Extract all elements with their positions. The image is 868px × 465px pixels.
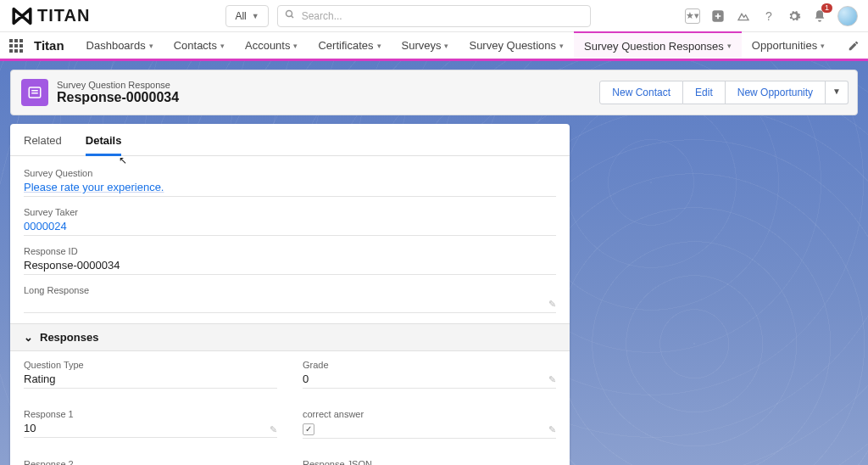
field-survey-taker: Survey Taker 0000024 bbox=[24, 207, 556, 236]
chevron-down-icon[interactable]: ▾ bbox=[377, 42, 381, 50]
header-text: Survey Question Response Response-000003… bbox=[57, 80, 179, 105]
utility-bar: ★▾ ? 1 bbox=[685, 6, 858, 26]
chevron-down-icon[interactable]: ▾ bbox=[220, 42, 225, 50]
field-response-json: Response JSON {"value":"10"} ✎ bbox=[303, 459, 556, 466]
trailhead-icon[interactable] bbox=[736, 8, 751, 24]
app-nav: Titan Dashboards▾ Contacts▾ Accounts▾ Ce… bbox=[0, 32, 868, 61]
field-value: Rating bbox=[24, 373, 277, 389]
new-contact-button[interactable]: New Contact bbox=[599, 81, 683, 104]
field-value: ✓ bbox=[303, 422, 556, 439]
record-title: Response-0000034 bbox=[57, 90, 179, 105]
tab-details[interactable]: Details bbox=[86, 134, 122, 156]
search-scope-select[interactable]: All ▼ bbox=[225, 5, 268, 27]
app-name: Titan bbox=[32, 32, 76, 59]
field-value-link[interactable]: Please rate your experience. bbox=[24, 181, 556, 197]
chevron-down-icon[interactable]: ▾ bbox=[727, 42, 732, 50]
record-object-type: Survey Question Response bbox=[57, 80, 179, 90]
workspace: Survey Question Response Response-000003… bbox=[0, 61, 868, 465]
search-icon bbox=[285, 9, 295, 22]
nav-surveys[interactable]: Surveys▾ bbox=[392, 32, 459, 59]
help-icon[interactable]: ? bbox=[761, 8, 776, 24]
brand-name: TITAN bbox=[37, 6, 90, 25]
field-survey-question: Survey Question Please rate your experie… bbox=[24, 168, 556, 197]
user-avatar[interactable] bbox=[837, 6, 858, 26]
field-value: 10 bbox=[24, 422, 277, 438]
field-value: 0 bbox=[303, 373, 556, 389]
nav-accounts[interactable]: Accounts▾ bbox=[235, 32, 308, 59]
svg-rect-5 bbox=[31, 92, 38, 94]
field-label: Question Type bbox=[24, 360, 277, 370]
responses-grid: Question Type Rating Grade 0 ✎ Response … bbox=[24, 360, 556, 465]
notification-badge: 1 bbox=[821, 3, 832, 13]
nav-contacts[interactable]: Contacts▾ bbox=[164, 32, 235, 59]
edit-field-icon[interactable]: ✎ bbox=[548, 424, 556, 435]
record-detail-card: Related Details ↖ Survey Question Please… bbox=[10, 124, 570, 465]
field-label: Response ID bbox=[24, 246, 556, 256]
field-label: Response JSON bbox=[303, 459, 556, 466]
search-scope-label: All bbox=[235, 10, 246, 22]
svg-line-1 bbox=[291, 16, 293, 19]
chevron-down-icon[interactable]: ▾ bbox=[821, 42, 825, 50]
field-label: Response 2 bbox=[24, 459, 277, 466]
edit-field-icon[interactable]: ✎ bbox=[548, 374, 556, 385]
favorites-button[interactable]: ★▾ bbox=[685, 8, 700, 24]
svg-point-0 bbox=[286, 11, 292, 17]
field-response-id: Response ID Response-0000034 bbox=[24, 246, 556, 275]
field-label: Survey Taker bbox=[24, 207, 556, 217]
edit-field-icon[interactable]: ✎ bbox=[270, 424, 277, 435]
notifications-button[interactable]: 1 bbox=[812, 8, 827, 24]
global-search[interactable] bbox=[277, 5, 591, 27]
add-button[interactable] bbox=[710, 8, 726, 24]
chevron-down-icon: ▼ bbox=[252, 12, 259, 20]
header-actions: New Contact Edit New Opportunity ▼ bbox=[599, 81, 849, 104]
nav-certificates[interactable]: Certificates▾ bbox=[308, 32, 391, 59]
record-type-icon bbox=[21, 79, 48, 106]
new-opportunity-button[interactable]: New Opportunity bbox=[726, 81, 826, 104]
chevron-down-icon[interactable]: ▾ bbox=[293, 42, 298, 50]
chevron-down-icon[interactable]: ▾ bbox=[444, 42, 448, 50]
search-input[interactable] bbox=[302, 10, 583, 22]
edit-field-icon[interactable]: ✎ bbox=[548, 299, 556, 310]
field-label: correct answer bbox=[303, 409, 556, 419]
setup-gear-icon[interactable] bbox=[787, 8, 802, 24]
field-label: Grade bbox=[303, 360, 556, 370]
chevron-down-icon: ⌄ bbox=[24, 331, 33, 344]
checkbox-checked-icon[interactable]: ✓ bbox=[303, 423, 314, 435]
field-label: Long Response bbox=[24, 285, 556, 295]
field-value: Response-0000034 bbox=[24, 259, 556, 275]
edit-button[interactable]: Edit bbox=[683, 81, 726, 104]
record-tabs: Related Details ↖ bbox=[10, 124, 570, 156]
titan-logo-icon bbox=[10, 7, 34, 25]
field-grade: Grade 0 ✎ bbox=[303, 360, 556, 389]
field-question-type: Question Type Rating bbox=[24, 360, 277, 389]
nav-dashboards[interactable]: Dashboards▾ bbox=[76, 32, 164, 59]
field-label: Response 1 bbox=[24, 409, 277, 419]
field-value-link[interactable]: 0000024 bbox=[24, 220, 556, 236]
chevron-down-icon[interactable]: ▾ bbox=[149, 42, 153, 50]
section-title: Responses bbox=[40, 331, 98, 344]
nav-survey-questions[interactable]: Survey Questions▾ bbox=[459, 32, 574, 59]
svg-rect-4 bbox=[31, 90, 38, 92]
nav-tabs: Dashboards▾ Contacts▾ Accounts▾ Certific… bbox=[76, 32, 836, 59]
nav-survey-question-responses[interactable]: Survey Question Responses▾ bbox=[574, 31, 742, 59]
tab-related[interactable]: Related bbox=[24, 134, 62, 155]
more-actions-menu[interactable]: ▼ bbox=[826, 81, 849, 104]
field-response-1: Response 1 10 ✎ bbox=[24, 409, 277, 439]
brand-logo: TITAN bbox=[10, 6, 90, 25]
edit-nav-icon[interactable] bbox=[839, 32, 868, 59]
brand-bar: TITAN All ▼ ★▾ ? 1 bbox=[0, 0, 868, 32]
app-launcher-icon[interactable] bbox=[0, 32, 32, 59]
field-response-2: Response 2 ✎ bbox=[24, 459, 277, 466]
field-label: Survey Question bbox=[24, 168, 556, 178]
field-long-response: Long Response ✎ bbox=[24, 285, 556, 313]
field-correct-answer: correct answer ✓ ✎ bbox=[303, 409, 556, 439]
section-responses[interactable]: ⌄ Responses bbox=[10, 323, 570, 351]
details-body: Survey Question Please rate your experie… bbox=[10, 156, 570, 465]
nav-opportunities[interactable]: Opportunities▾ bbox=[742, 32, 835, 59]
field-value bbox=[24, 298, 556, 313]
chevron-down-icon[interactable]: ▾ bbox=[559, 42, 564, 50]
record-page-header: Survey Question Response Response-000003… bbox=[10, 70, 858, 115]
